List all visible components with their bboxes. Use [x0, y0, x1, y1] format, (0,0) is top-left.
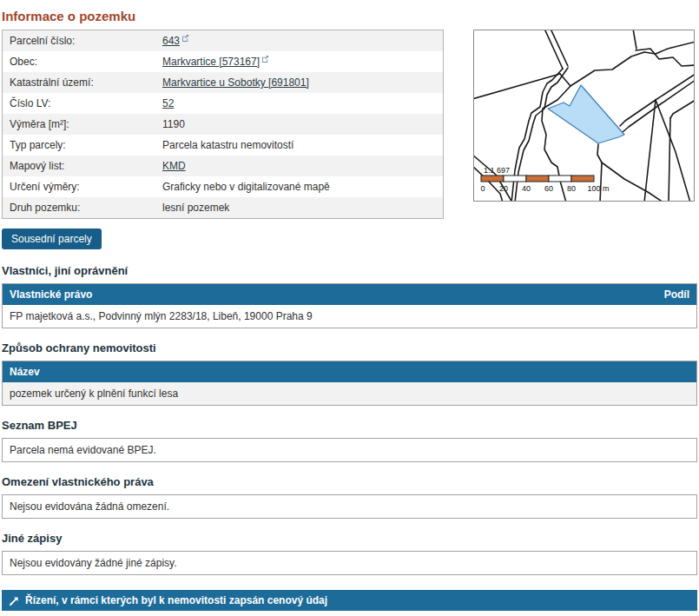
table-row: Typ parcely: Parcela katastru nemovitost…: [3, 135, 444, 156]
price-data-proceedings-banner[interactable]: Řízení, v rámci kterých byl k nemovitost…: [2, 590, 697, 611]
row-label: Určení výměry:: [3, 176, 156, 197]
scale-tick-label: 100 m: [587, 184, 609, 193]
row-label: Druh pozemku:: [3, 197, 156, 219]
table-row: FP majetková a.s., Podvinný mlýn 2283/18…: [3, 305, 697, 328]
owner-name: FP majetková a.s., Podvinný mlýn 2283/18…: [3, 305, 620, 328]
highlighted-parcel: [548, 85, 624, 143]
external-link-icon: [261, 53, 269, 65]
neighboring-parcels-button[interactable]: Sousední parcely: [2, 229, 102, 249]
scale-tick-label: 0: [480, 184, 485, 193]
owners-table: Vlastnické právo Podíl FP majetková a.s.…: [2, 283, 697, 328]
other-records-message: Nejsou evidovány žádné jiné zápisy.: [2, 551, 697, 575]
owners-heading: Vlastníci, jiní oprávnění: [2, 264, 697, 277]
table-row: Druh pozemku: lesní pozemek: [3, 197, 444, 219]
scale-tick-label: 80: [567, 184, 576, 193]
owners-col-right: Vlastnické právo: [3, 284, 620, 306]
parcel-info-section: Parcelní číslo: 643 Obec: Markvartice [5…: [2, 30, 697, 219]
table-row: Katastrální území: Markvartice u Sobotky…: [3, 72, 444, 93]
restrictions-heading: Omezení vlastnického práva: [2, 475, 697, 488]
page: Informace o pozemku Parcelní číslo: 643 …: [2, 9, 697, 616]
map-sheet-link[interactable]: KMD: [162, 160, 186, 172]
diagonal-arrow-icon: [10, 596, 19, 606]
table-row: Výměra [m²]: 1190: [3, 114, 444, 135]
municipality-link[interactable]: Markvartice [573167]: [162, 56, 260, 68]
table-row: Parcelní číslo: 643: [3, 30, 444, 52]
cadastral-map-image: 1:1 697 0 20 40 60 80 100 m: [474, 30, 694, 201]
protection-name: pozemek určený k plnění funkcí lesa: [3, 382, 697, 406]
table-row: Obec: Markvartice [573167]: [3, 51, 444, 72]
lv-number-link[interactable]: 52: [162, 97, 174, 109]
table-row: pozemek určený k plnění funkcí lesa: [3, 382, 697, 406]
table-row: Mapový list: KMD: [3, 156, 444, 176]
protection-table: Název pozemek určený k plnění funkcí les…: [2, 361, 697, 406]
row-label: Typ parcely:: [3, 135, 156, 156]
row-label: Číslo LV:: [3, 93, 156, 114]
protection-col-name: Název: [3, 361, 697, 383]
page-title: Informace o pozemku: [2, 9, 697, 23]
bpej-heading: Seznam BPEJ: [2, 419, 697, 432]
owners-col-share: Podíl: [619, 284, 696, 306]
owner-share: [619, 305, 696, 328]
cadastral-map-preview[interactable]: 1:1 697 0 20 40 60 80 100 m: [473, 30, 695, 202]
row-label: Mapový list:: [3, 156, 156, 176]
row-label: Obec:: [3, 51, 156, 72]
row-label: Výměra [m²]:: [3, 114, 156, 135]
external-link-icon: [181, 32, 189, 44]
row-value: lesní pozemek: [155, 197, 444, 219]
table-row: Určení výměry: Graficky nebo v digitaliz…: [3, 176, 444, 197]
banner-label: Řízení, v rámci kterých byl k nemovitost…: [25, 594, 327, 606]
parcel-info-table: Parcelní číslo: 643 Obec: Markvartice [5…: [2, 30, 444, 219]
row-value: Graficky nebo v digitalizované mapě: [155, 176, 444, 197]
map-scale: 1:1 697 0 20 40 60 80 100 m: [480, 166, 609, 193]
row-label: Katastrální území:: [3, 72, 156, 93]
protection-heading: Způsob ochrany nemovitosti: [2, 341, 697, 354]
bpej-message: Parcela nemá evidované BPEJ.: [2, 438, 697, 462]
table-row: Číslo LV: 52: [3, 93, 444, 114]
parcel-number-link[interactable]: 643: [162, 35, 180, 47]
row-value: Parcela katastru nemovitostí: [155, 135, 444, 156]
scale-ratio-label: 1:1 697: [484, 166, 510, 175]
row-label: Parcelní číslo:: [3, 30, 156, 52]
other-records-heading: Jiné zápisy: [2, 532, 697, 545]
scale-tick-label: 20: [499, 184, 508, 193]
restrictions-message: Nejsou evidována žádná omezení.: [2, 494, 697, 519]
scale-tick-label: 60: [544, 184, 553, 193]
cadastral-area-link[interactable]: Markvartice u Sobotky [691801]: [162, 76, 309, 89]
scale-tick-label: 40: [522, 184, 531, 193]
row-value: 1190: [155, 114, 444, 135]
